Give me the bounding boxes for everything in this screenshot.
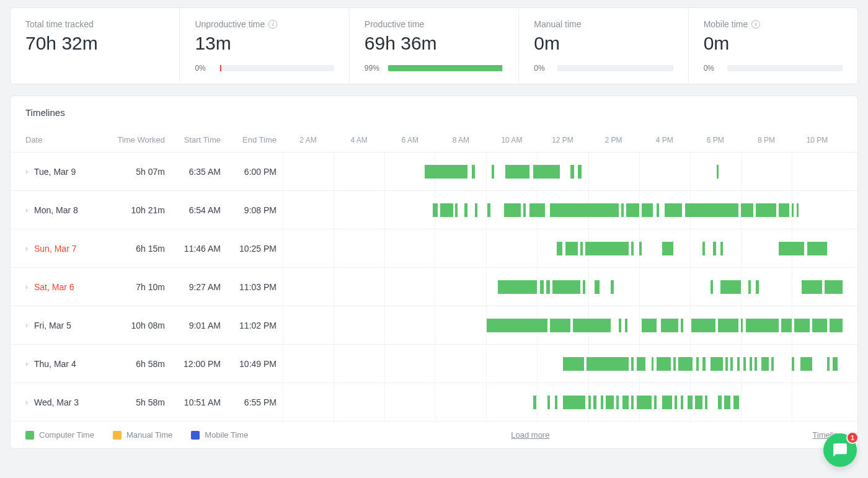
- stat-label: Total time tracked: [25, 19, 164, 29]
- timeline-row[interactable]: › Wed, Mar 3 5h 58m 10:51 AM 6:55 PM: [11, 383, 857, 421]
- timelines-footer: Computer TimeManual TimeMobile Time Load…: [11, 421, 857, 440]
- row-date: Thu, Mar 4: [34, 359, 76, 369]
- chat-badge: 1: [846, 432, 859, 444]
- row-end-time: 10:25 PM: [227, 244, 283, 254]
- timeline-tick: 8 AM: [435, 136, 486, 144]
- timeline-tick: 10 PM: [792, 136, 843, 144]
- row-timeline-chart: [283, 229, 843, 267]
- row-start-time: 10:51 AM: [171, 397, 227, 407]
- row-date: Wed, Mar 3: [34, 397, 79, 407]
- timeline-header: Date Time Worked Start Time End Time 2 A…: [11, 129, 857, 152]
- timeline-tick: 4 PM: [639, 136, 690, 144]
- chevron-right-icon[interactable]: ›: [25, 206, 28, 215]
- row-end-time: 9:08 PM: [227, 205, 283, 215]
- col-date-header: Date: [25, 135, 109, 144]
- chat-launcher[interactable]: 1: [823, 433, 857, 459]
- stat-value: 69h 36m: [365, 33, 503, 64]
- row-start-time: 6:35 AM: [171, 167, 227, 177]
- row-timeline-chart: [283, 268, 843, 306]
- stat-label: Mobile time i: [704, 19, 843, 29]
- timeline-row[interactable]: › Sun, Mar 7 6h 15m 11:46 AM 10:25 PM: [11, 229, 857, 267]
- stat-bar-row: 0%: [195, 64, 334, 73]
- timeline-row[interactable]: › Sat, Mar 6 7h 10m 9:27 AM 11:03 PM: [11, 267, 857, 306]
- row-start-time: 6:54 AM: [171, 205, 227, 215]
- legend-swatch: [113, 431, 122, 440]
- row-segments: [283, 396, 843, 409]
- chevron-right-icon[interactable]: ›: [25, 321, 28, 330]
- legend-label: Computer Time: [39, 430, 94, 440]
- timeline-row[interactable]: › Fri, Mar 5 10h 08m 9:01 AM 11:02 PM: [11, 306, 857, 344]
- stat-pct: 0%: [704, 64, 721, 73]
- row-timeline-chart: [283, 383, 843, 421]
- row-end-time: 6:55 PM: [227, 397, 283, 407]
- timeline-tick: 8 PM: [741, 136, 792, 144]
- stat-bar: [218, 65, 334, 71]
- stat-bar: [727, 65, 843, 71]
- row-timeline-chart: [283, 345, 843, 383]
- timeline-tick: 2 AM: [283, 136, 334, 144]
- timeline-row[interactable]: › Mon, Mar 8 10h 21m 6:54 AM 9:08 PM: [11, 190, 857, 229]
- stat-value: 13m: [195, 33, 334, 64]
- timeline-tick: 4 AM: [334, 136, 384, 144]
- row-start-time: 12:00 PM: [171, 359, 227, 369]
- stat-label: Unproductive time i: [195, 19, 334, 29]
- legend-label: Manual Time: [126, 430, 172, 440]
- col-time-worked-header: Time Worked: [109, 135, 171, 144]
- stat-label: Productive time: [365, 19, 503, 29]
- row-start-time: 11:46 AM: [171, 244, 227, 254]
- info-icon[interactable]: i: [268, 20, 277, 29]
- row-date: Fri, Mar 5: [34, 321, 71, 330]
- chevron-right-icon[interactable]: ›: [25, 167, 28, 176]
- load-more-link[interactable]: Load more: [511, 430, 549, 440]
- stats-card: Total time tracked 70h 32m Unproductive …: [10, 7, 858, 84]
- stat-1: Unproductive time i 13m 0%: [179, 8, 348, 84]
- row-segments: [283, 319, 843, 332]
- timeline-row[interactable]: › Thu, Mar 4 6h 58m 12:00 PM 10:49 PM: [11, 344, 857, 383]
- timeline-tick: 6 AM: [384, 136, 435, 144]
- col-start-header: Start Time: [171, 135, 227, 144]
- legend-swatch: [25, 431, 34, 440]
- chevron-right-icon[interactable]: ›: [25, 283, 28, 291]
- col-end-header: End Time: [227, 135, 283, 144]
- info-icon[interactable]: i: [751, 20, 760, 29]
- chat-icon: [832, 442, 848, 458]
- row-timeline-chart: [283, 191, 843, 229]
- legend-swatch: [191, 431, 200, 440]
- legend-item: Manual Time: [113, 430, 172, 440]
- row-end-time: 11:02 PM: [227, 321, 283, 330]
- row-segments: [283, 280, 843, 294]
- timeline-ticks: 2 AM4 AM6 AM8 AM10 AM12 PM2 PM4 PM6 PM8 …: [283, 136, 843, 144]
- timeline-tick: 12 PM: [537, 136, 588, 144]
- stat-bar: [557, 65, 673, 71]
- legend: Computer TimeManual TimeMobile Time: [25, 430, 248, 440]
- row-segments: [283, 357, 843, 371]
- row-segments: [283, 242, 843, 255]
- row-end-time: 11:03 PM: [227, 282, 283, 292]
- row-date: Sun, Mar 7: [34, 244, 76, 254]
- stat-4: Mobile time i 0m 0%: [688, 8, 857, 84]
- legend-label: Mobile Time: [205, 430, 248, 440]
- row-segments: [283, 165, 843, 179]
- chevron-right-icon[interactable]: ›: [25, 244, 28, 253]
- stat-0: Total time tracked 70h 32m: [11, 8, 179, 84]
- chevron-right-icon[interactable]: ›: [25, 398, 28, 407]
- stat-bar: [388, 65, 503, 71]
- stat-label: Manual time: [534, 19, 673, 29]
- timelines-card: Timelines Date Time Worked Start Time En…: [10, 95, 858, 449]
- row-start-time: 9:01 AM: [171, 321, 227, 330]
- row-segments: [283, 203, 843, 217]
- stat-3: Manual time 0m 0%: [518, 8, 688, 84]
- row-end-time: 10:49 PM: [227, 359, 283, 369]
- stat-2: Productive time 69h 36m 99%: [349, 8, 518, 84]
- row-timeline-chart: [283, 306, 843, 344]
- row-date: Sat, Mar 6: [34, 282, 74, 292]
- timeline-row[interactable]: › Tue, Mar 9 5h 07m 6:35 AM 6:00 PM: [11, 152, 857, 190]
- legend-item: Mobile Time: [191, 430, 248, 440]
- timeline-tick: 10 AM: [486, 136, 537, 144]
- row-timeline-chart: [283, 153, 843, 190]
- stat-bar-row: 0%: [534, 64, 673, 73]
- row-time-worked: 7h 10m: [109, 282, 171, 292]
- timeline-tick: 6 PM: [690, 136, 741, 144]
- row-time-worked: 5h 58m: [109, 397, 171, 407]
- chevron-right-icon[interactable]: ›: [25, 360, 28, 368]
